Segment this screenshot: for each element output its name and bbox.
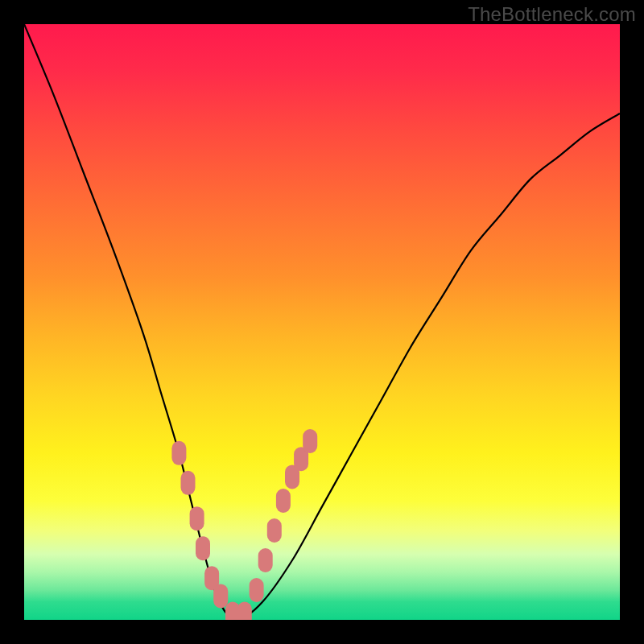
curve-marker: [196, 536, 210, 560]
bottleneck-curve: [24, 24, 620, 620]
curve-marker: [181, 471, 196, 495]
plot-area: [24, 24, 620, 620]
curve-marker: [190, 506, 204, 530]
curve-marker: [237, 602, 252, 620]
curve-svg: [24, 24, 620, 620]
chart-frame: TheBottleneck.com: [0, 0, 644, 644]
curve-marker: [250, 578, 264, 602]
curve-markers: [171, 429, 317, 620]
curve-marker: [267, 518, 282, 543]
curve-marker: [303, 429, 317, 453]
watermark-text: TheBottleneck.com: [468, 3, 636, 26]
curve-marker: [258, 548, 273, 572]
curve-marker: [171, 441, 186, 465]
curve-marker: [276, 489, 291, 513]
curve-marker: [213, 584, 228, 608]
